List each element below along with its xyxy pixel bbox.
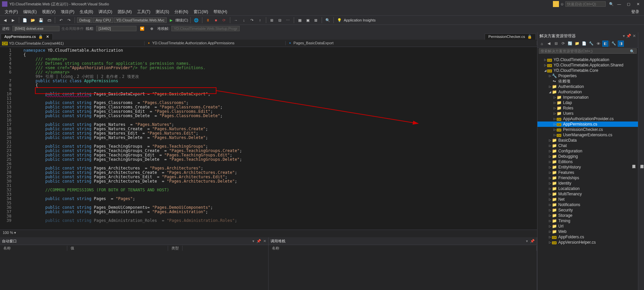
- login-button[interactable]: 登录: [629, 8, 642, 15]
- menu-item[interactable]: 分析(N): [172, 8, 191, 15]
- tree-item[interactable]: ▷📁EntityHistory: [537, 164, 638, 170]
- tab-preview[interactable]: PermissionChecker.cs 🔒: [485, 34, 536, 40]
- code-editor[interactable]: namespace YD.CloudTimetable.Authorizatio…: [13, 47, 537, 230]
- browser-icon[interactable]: 🌐: [193, 16, 200, 24]
- col-name[interactable]: 名称: [0, 246, 67, 251]
- showall2-icon[interactable]: 📄: [581, 41, 587, 47]
- tree-item[interactable]: ▷📁Users: [537, 111, 638, 116]
- tb-extra-1[interactable]: ⊞: [268, 16, 276, 24]
- solution-explorer-title[interactable]: 解决方案资源管理器 ▾📌✕: [537, 32, 638, 40]
- solution-tree[interactable]: ▷C#YD.CloudTimetable.Application▷C#YD.Cl…: [537, 56, 638, 290]
- tree-item[interactable]: ◢📁Authorization: [537, 89, 638, 95]
- tree-item[interactable]: ▷📁Friendships: [537, 175, 638, 181]
- tree-item[interactable]: ◢C#YD.CloudTimetable.Core: [537, 68, 638, 73]
- back-icon[interactable]: ◀: [546, 41, 552, 47]
- context-member[interactable]: 🔹 Pages_BasicDataExport: [286, 41, 537, 45]
- right-rail[interactable]: 数据库对象资源管理器团队资源管理器: [638, 32, 644, 290]
- showall-icon[interactable]: 📁: [574, 41, 580, 47]
- zoom-level[interactable]: 100 % ▾: [0, 230, 537, 237]
- tree-item[interactable]: ▷📁Url: [537, 224, 638, 229]
- insights-icon[interactable]: 💡: [336, 16, 343, 24]
- tree-item[interactable]: ▷📁Net: [537, 197, 638, 202]
- tree-item[interactable]: ▷📁Identity: [537, 181, 638, 186]
- tree-item[interactable]: ▷📁Roles: [537, 105, 638, 111]
- tb-grid-icon[interactable]: ▦: [296, 16, 304, 24]
- tb-find-icon[interactable]: 🔍: [324, 16, 331, 24]
- tree-item[interactable]: ▷C#AppPermissions.cs: [537, 122, 638, 127]
- pin-icon[interactable]: 📌: [626, 34, 631, 38]
- preview-icon[interactable]: 👁: [595, 41, 601, 47]
- restart-icon[interactable]: ⟳: [220, 16, 228, 24]
- search-icon[interactable]: 🔍: [609, 2, 614, 6]
- maximize-button[interactable]: ▢: [625, 2, 633, 6]
- thread-icon2[interactable]: ⊕: [148, 25, 155, 32]
- close-tab-icon[interactable]: ✕: [46, 35, 49, 39]
- menu-item[interactable]: 视图(V): [39, 8, 58, 15]
- redo-icon[interactable]: ↷: [65, 16, 73, 24]
- menu-item[interactable]: 编辑(E): [21, 8, 39, 15]
- col-type[interactable]: 类型: [168, 246, 183, 251]
- tree-item[interactable]: ▷📁Chat: [537, 143, 638, 148]
- solution-search[interactable]: 🔍: [539, 48, 637, 56]
- menu-item[interactable]: 帮助(H): [211, 8, 230, 15]
- menu-item[interactable]: 项目(P): [58, 8, 77, 15]
- process-combo[interactable]: [5940] dotnet.exe: [12, 26, 59, 31]
- open-file-icon[interactable]: 📂: [29, 16, 37, 24]
- tree-item[interactable]: ▷C#PermissionChecker.cs: [537, 127, 638, 132]
- toggle1-icon[interactable]: ◧: [602, 41, 608, 47]
- dropdown-icon[interactable]: ▾: [252, 239, 254, 243]
- quick-launch-input[interactable]: [565, 1, 606, 7]
- tree-item[interactable]: ▷📁Debugging: [537, 154, 638, 159]
- wrench-icon[interactable]: 🔧: [611, 41, 617, 47]
- solution-search-input[interactable]: [539, 48, 637, 54]
- menu-item[interactable]: 测试(S): [153, 8, 172, 15]
- properties-icon[interactable]: 🔧: [588, 41, 594, 47]
- stackframe-combo[interactable]: YD.CloudTimetable.Web.Startup.Progr: [171, 26, 240, 31]
- tree-item[interactable]: •▪依赖项: [537, 79, 638, 84]
- minimize-button[interactable]: —: [615, 2, 623, 6]
- tree-item[interactable]: ▷🔧Properties: [537, 73, 638, 79]
- tb-extra-3[interactable]: ⋯: [284, 16, 292, 24]
- continue-icon[interactable]: ▶: [167, 16, 175, 24]
- tree-item[interactable]: ▷📁Storage: [537, 213, 638, 218]
- autos-pane-title[interactable]: 自动窗口 ▾📌✕: [0, 237, 268, 245]
- tree-item[interactable]: ▷📁Notifications: [537, 202, 638, 207]
- col-value[interactable]: 值: [67, 246, 168, 251]
- menu-item[interactable]: 调试(D): [96, 8, 115, 15]
- tree-item[interactable]: ▷📁BasicData: [537, 138, 638, 143]
- save-icon[interactable]: 💾: [37, 16, 45, 24]
- tree-item[interactable]: ▷C#AppFolders.cs: [537, 234, 638, 240]
- pin-icon[interactable]: 📌: [530, 239, 535, 243]
- new-file-icon[interactable]: 📄: [21, 16, 29, 24]
- tree-item[interactable]: ▷📁Configuration: [537, 148, 638, 154]
- context-project[interactable]: C#YD.CloudTimetable.Core(net461): [0, 41, 145, 45]
- tree-item[interactable]: ▷📁Timing: [537, 218, 638, 224]
- tree-item[interactable]: ▷C#AppAuthorizationProvider.cs: [537, 116, 638, 122]
- tree-item[interactable]: ▷📁MultiTenancy: [537, 191, 638, 197]
- stop-icon[interactable]: ■: [212, 16, 220, 24]
- menu-item[interactable]: 文件(F): [2, 8, 21, 15]
- step-out-icon[interactable]: ↑: [256, 16, 264, 24]
- tab-active[interactable]: AppPermissions.cs 🔒 ✕: [1, 34, 53, 40]
- tb-x-icon[interactable]: ⊠: [312, 16, 320, 24]
- close-button[interactable]: ✕: [634, 2, 642, 6]
- nav-back-icon[interactable]: ◀: [1, 16, 9, 24]
- tree-item[interactable]: ▷C#UserManagerExtensions.cs: [537, 132, 638, 138]
- startup-combo[interactable]: YD.CloudTimetable.Web.Mvc: [114, 17, 167, 23]
- tree-item[interactable]: ▷📁Localization: [537, 186, 638, 191]
- tb-extra-2[interactable]: ⊟: [276, 16, 284, 24]
- close-icon[interactable]: ✕: [263, 239, 266, 243]
- toggle2-icon[interactable]: ◨: [618, 41, 624, 47]
- sync-icon[interactable]: ⟳: [560, 41, 566, 47]
- thread-combo[interactable]: [18492]: [96, 26, 136, 31]
- home-icon[interactable]: ⌂: [539, 41, 545, 47]
- tree-item[interactable]: ▷📁Security: [537, 207, 638, 213]
- tree-item[interactable]: ▷C#YD.CloudTimetable.Application.Shared: [537, 62, 638, 68]
- tree-item[interactable]: ▷📁Authentication: [537, 84, 638, 89]
- tree-item[interactable]: ▷📁Features: [537, 170, 638, 175]
- collapse-icon[interactable]: ⊟: [553, 41, 559, 47]
- menu-item[interactable]: 团队(M): [115, 8, 134, 15]
- context-class[interactable]: 🔸 YD.CloudTimetable.Authorization.AppPer…: [145, 41, 286, 45]
- saveall-icon[interactable]: 🗃: [45, 16, 53, 24]
- step-next-icon[interactable]: →: [232, 16, 240, 24]
